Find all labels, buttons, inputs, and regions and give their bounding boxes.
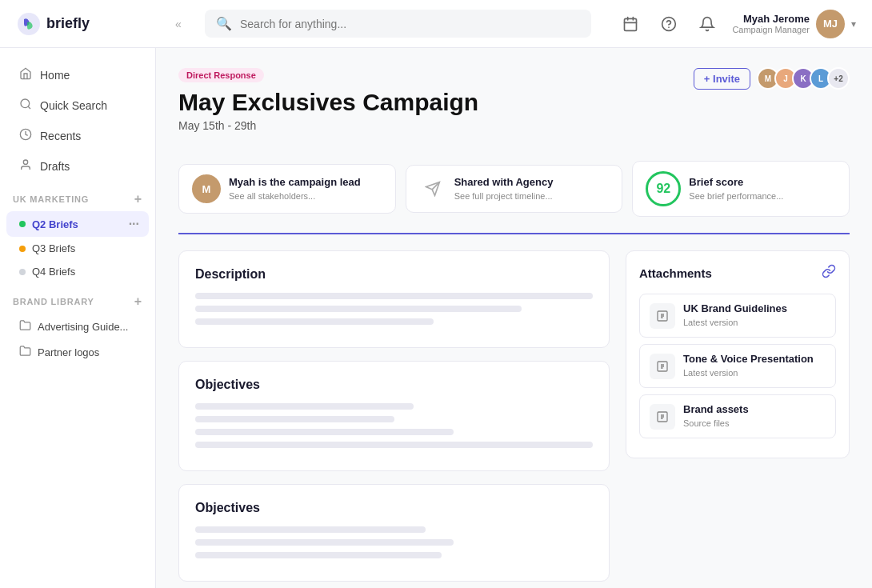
- help-icon-button[interactable]: [655, 10, 682, 38]
- lead-text: Myah is the campaign lead See all stakeh…: [229, 176, 361, 202]
- user-details: Myah Jerome Campaign Manager: [732, 13, 810, 34]
- folder-icon-partner: [19, 345, 31, 359]
- uk-marketing-add-button[interactable]: +: [134, 192, 142, 206]
- svg-line-8: [28, 106, 30, 109]
- q4-briefs-dot: [19, 269, 26, 275]
- topnav: briefly « 🔍 Myah Jerome Campaign Manager: [0, 0, 872, 48]
- sidebar-item-quick-search-label: Quick Search: [40, 99, 107, 112]
- shared-text: Shared with Agency See full project time…: [454, 176, 554, 202]
- sections-column: Description Objectives Objectives: [178, 250, 610, 588]
- recents-icon: [19, 128, 32, 144]
- objectives-2-title: Objectives: [195, 501, 593, 515]
- description-title: Description: [195, 267, 593, 282]
- sidebar-item-drafts-label: Drafts: [40, 160, 70, 173]
- main-layout: Home Quick Search Recents Drafts: [0, 48, 872, 588]
- invite-button[interactable]: + Invite: [694, 68, 750, 90]
- obj2-line-3: [195, 552, 442, 558]
- folder-icon-advertising: [19, 319, 31, 334]
- attachment-tone-voice[interactable]: Tone & Voice Presentation Latest version: [639, 344, 836, 388]
- campaign-title: May Exclusives Campaign: [178, 89, 478, 116]
- main-content: Direct Response May Exclusives Campaign …: [156, 48, 872, 588]
- nav-icons: Myah Jerome Campaign Manager MJ ▾: [617, 10, 856, 38]
- lead-avatar: M: [192, 174, 221, 203]
- attachment-uk-brand-guidelines[interactable]: UK Brand Guidelines Latest version: [639, 294, 836, 338]
- sidebar-item-q3-briefs-label: Q3 Briefs: [32, 242, 75, 254]
- drafts-icon: [19, 158, 32, 174]
- sidebar-item-home-label: Home: [40, 69, 70, 82]
- sidebar-item-partner-logos[interactable]: Partner logos: [6, 339, 149, 365]
- score-circle: 92: [646, 171, 681, 206]
- q2-briefs-dot: [19, 221, 26, 227]
- sidebar-item-quick-search[interactable]: Quick Search: [10, 91, 146, 120]
- search-bar[interactable]: 🔍: [205, 10, 591, 38]
- campaign-lead-card[interactable]: M Myah is the campaign lead See all stak…: [178, 164, 396, 214]
- search-input[interactable]: [240, 18, 580, 30]
- sidebar-item-q2-briefs-label: Q2 Briefs: [32, 218, 78, 230]
- logo-text: briefly: [46, 15, 90, 32]
- sidebar-item-q4-briefs[interactable]: Q4 Briefs: [6, 260, 149, 283]
- notifications-icon-button[interactable]: [694, 10, 721, 38]
- obj1-line-2: [195, 416, 394, 422]
- sidebar-item-partner-logos-label: Partner logos: [38, 346, 99, 358]
- avatar-group: M J K L +2: [757, 67, 850, 90]
- quick-search-icon: [19, 98, 32, 114]
- sidebar: Home Quick Search Recents Drafts: [0, 48, 156, 588]
- calendar-icon-button[interactable]: [617, 10, 644, 38]
- sidebar-item-home[interactable]: Home: [10, 61, 146, 90]
- avatar: MJ: [816, 10, 845, 38]
- svg-rect-1: [625, 18, 637, 30]
- brand-library-section-label: BRAND LIBRARY +: [0, 283, 155, 314]
- campaign-tag: Direct Response: [178, 68, 264, 82]
- attach-icon-uk-brand: [650, 303, 675, 329]
- uk-brand-guidelines-text: UK Brand Guidelines Latest version: [683, 302, 787, 329]
- tone-voice-text: Tone & Voice Presentation Latest version: [683, 353, 814, 379]
- obj1-line-4: [195, 442, 593, 448]
- objectives-section-1: Objectives: [178, 361, 610, 471]
- collapse-sidebar-button[interactable]: «: [165, 10, 192, 38]
- shared-icon: [419, 175, 446, 202]
- attachments-panel: Attachments UK Brand Guidelines Latest v…: [626, 250, 850, 458]
- tab-bar: [178, 233, 850, 234]
- sidebar-item-q2-briefs[interactable]: Q2 Briefs ···: [6, 211, 149, 237]
- obj1-line-3: [195, 429, 454, 435]
- sidebar-item-recents-label: Recents: [40, 130, 81, 142]
- objectives-1-title: Objectives: [195, 378, 593, 392]
- desc-line-1: [195, 293, 593, 299]
- attachments-title: Attachments: [639, 266, 712, 280]
- main-grid: Description Objectives Objectives: [178, 250, 850, 588]
- attach-icon-tone-voice: [650, 354, 675, 379]
- attachment-brand-assets[interactable]: Brand assets Source files: [639, 394, 836, 438]
- chevron-down-icon: ▾: [851, 18, 856, 30]
- desc-line-3: [195, 318, 434, 325]
- attachments-header: Attachments: [639, 264, 836, 282]
- score-text: Brief score See brief performance...: [689, 176, 783, 202]
- brand-library-add-button[interactable]: +: [134, 294, 142, 309]
- svg-point-10: [23, 160, 27, 164]
- q2-briefs-more-button[interactable]: ···: [129, 217, 139, 231]
- sidebar-item-drafts[interactable]: Drafts: [10, 152, 146, 181]
- svg-point-7: [21, 99, 30, 108]
- attachments-link-icon[interactable]: [822, 264, 836, 282]
- home-icon: [19, 67, 32, 83]
- q3-briefs-dot: [19, 246, 26, 252]
- user-profile[interactable]: Myah Jerome Campaign Manager MJ ▾: [732, 10, 856, 38]
- campaign-header: Direct Response May Exclusives Campaign …: [178, 67, 850, 145]
- search-icon: 🔍: [216, 16, 232, 31]
- sidebar-item-q4-briefs-label: Q4 Briefs: [32, 266, 75, 278]
- invite-row: + Invite M J K L +2: [694, 67, 850, 90]
- sidebar-item-advertising-guide[interactable]: Advertising Guide...: [6, 314, 149, 339]
- obj2-line-1: [195, 526, 426, 533]
- user-role: Campaign Manager: [732, 25, 810, 34]
- uk-marketing-section-label: UK MARKETING +: [0, 181, 155, 211]
- obj1-line-1: [195, 403, 414, 410]
- sidebar-item-advertising-guide-label: Advertising Guide...: [38, 321, 128, 333]
- avatar-extra-count: +2: [827, 67, 850, 90]
- sidebar-item-q3-briefs[interactable]: Q3 Briefs: [6, 237, 149, 260]
- shared-agency-card[interactable]: Shared with Agency See full project time…: [406, 165, 623, 213]
- campaign-dates: May 15th - 29th: [178, 119, 478, 132]
- brand-assets-text: Brand assets Source files: [683, 403, 749, 430]
- desc-line-2: [195, 306, 522, 312]
- user-name: Myah Jerome: [732, 13, 810, 25]
- sidebar-item-recents[interactable]: Recents: [10, 122, 146, 150]
- brief-score-card[interactable]: 92 Brief score See brief performance...: [632, 161, 850, 217]
